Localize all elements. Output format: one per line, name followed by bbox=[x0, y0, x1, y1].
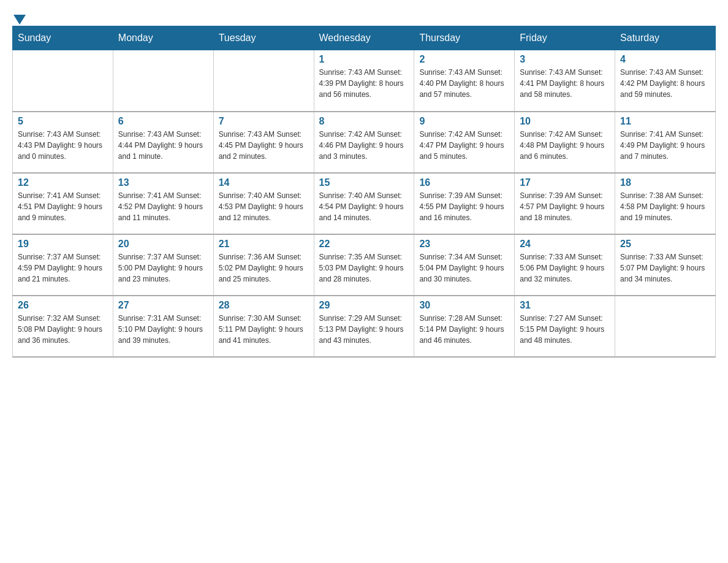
col-tuesday: Tuesday bbox=[213, 26, 314, 50]
day-number: 21 bbox=[219, 239, 309, 250]
calendar-cell: 25Sunrise: 7:33 AM Sunset: 5:07 PM Dayli… bbox=[615, 234, 716, 296]
day-info: Sunrise: 7:43 AM Sunset: 4:41 PM Dayligh… bbox=[520, 67, 610, 100]
day-number: 24 bbox=[520, 239, 610, 250]
day-number: 4 bbox=[620, 54, 710, 65]
calendar-cell: 1Sunrise: 7:43 AM Sunset: 4:39 PM Daylig… bbox=[314, 50, 414, 112]
day-number: 8 bbox=[319, 116, 409, 127]
day-number: 12 bbox=[18, 177, 108, 188]
calendar-cell: 18Sunrise: 7:38 AM Sunset: 4:58 PM Dayli… bbox=[615, 173, 716, 234]
day-number: 30 bbox=[419, 300, 509, 311]
calendar-cell: 7Sunrise: 7:43 AM Sunset: 4:45 PM Daylig… bbox=[213, 112, 314, 173]
day-info: Sunrise: 7:37 AM Sunset: 5:00 PM Dayligh… bbox=[118, 251, 208, 285]
col-friday: Friday bbox=[515, 26, 615, 50]
calendar-cell: 10Sunrise: 7:42 AM Sunset: 4:48 PM Dayli… bbox=[515, 112, 615, 173]
calendar-cell: 8Sunrise: 7:42 AM Sunset: 4:46 PM Daylig… bbox=[314, 112, 414, 173]
day-info: Sunrise: 7:41 AM Sunset: 4:52 PM Dayligh… bbox=[118, 190, 208, 223]
page-header bbox=[12, 12, 716, 20]
calendar-cell bbox=[113, 50, 213, 112]
calendar-cell: 13Sunrise: 7:41 AM Sunset: 4:52 PM Dayli… bbox=[113, 173, 213, 234]
day-info: Sunrise: 7:33 AM Sunset: 5:06 PM Dayligh… bbox=[520, 251, 610, 285]
day-number: 9 bbox=[419, 116, 509, 127]
day-number: 25 bbox=[620, 239, 710, 250]
calendar-cell: 21Sunrise: 7:36 AM Sunset: 5:02 PM Dayli… bbox=[213, 234, 314, 296]
logo-general-text bbox=[12, 12, 26, 22]
day-info: Sunrise: 7:31 AM Sunset: 5:10 PM Dayligh… bbox=[118, 313, 208, 346]
day-info: Sunrise: 7:37 AM Sunset: 4:59 PM Dayligh… bbox=[18, 251, 108, 285]
day-number: 27 bbox=[118, 300, 208, 311]
day-info: Sunrise: 7:35 AM Sunset: 5:03 PM Dayligh… bbox=[319, 251, 409, 285]
day-number: 29 bbox=[319, 300, 409, 311]
calendar-cell: 26Sunrise: 7:32 AM Sunset: 5:08 PM Dayli… bbox=[13, 296, 113, 357]
calendar-week-row: 26Sunrise: 7:32 AM Sunset: 5:08 PM Dayli… bbox=[13, 296, 716, 357]
day-number: 10 bbox=[520, 116, 610, 127]
day-number: 18 bbox=[620, 177, 710, 188]
day-info: Sunrise: 7:43 AM Sunset: 4:40 PM Dayligh… bbox=[419, 67, 509, 100]
calendar-cell bbox=[615, 296, 716, 357]
calendar-cell bbox=[13, 50, 113, 112]
day-number: 22 bbox=[319, 239, 409, 250]
calendar-cell: 28Sunrise: 7:30 AM Sunset: 5:11 PM Dayli… bbox=[213, 296, 314, 357]
col-saturday: Saturday bbox=[615, 26, 716, 50]
day-info: Sunrise: 7:30 AM Sunset: 5:11 PM Dayligh… bbox=[219, 313, 309, 346]
day-info: Sunrise: 7:42 AM Sunset: 4:47 PM Dayligh… bbox=[419, 129, 509, 162]
calendar-cell: 14Sunrise: 7:40 AM Sunset: 4:53 PM Dayli… bbox=[213, 173, 314, 234]
day-number: 2 bbox=[419, 54, 509, 65]
col-wednesday: Wednesday bbox=[314, 26, 414, 50]
day-number: 15 bbox=[319, 177, 409, 188]
day-number: 11 bbox=[620, 116, 710, 127]
calendar-cell: 29Sunrise: 7:29 AM Sunset: 5:13 PM Dayli… bbox=[314, 296, 414, 357]
calendar-cell: 17Sunrise: 7:39 AM Sunset: 4:57 PM Dayli… bbox=[515, 173, 615, 234]
calendar-cell: 22Sunrise: 7:35 AM Sunset: 5:03 PM Dayli… bbox=[314, 234, 414, 296]
day-info: Sunrise: 7:41 AM Sunset: 4:49 PM Dayligh… bbox=[620, 129, 710, 162]
calendar-cell: 2Sunrise: 7:43 AM Sunset: 4:40 PM Daylig… bbox=[414, 50, 515, 112]
day-info: Sunrise: 7:32 AM Sunset: 5:08 PM Dayligh… bbox=[18, 313, 108, 346]
col-monday: Monday bbox=[113, 26, 213, 50]
day-info: Sunrise: 7:40 AM Sunset: 4:53 PM Dayligh… bbox=[219, 190, 309, 223]
day-number: 14 bbox=[219, 177, 309, 188]
day-info: Sunrise: 7:42 AM Sunset: 4:48 PM Dayligh… bbox=[520, 129, 610, 162]
day-number: 1 bbox=[319, 54, 409, 65]
day-number: 20 bbox=[118, 239, 208, 250]
day-number: 31 bbox=[520, 300, 610, 311]
day-info: Sunrise: 7:34 AM Sunset: 5:04 PM Dayligh… bbox=[419, 251, 509, 285]
day-number: 6 bbox=[118, 116, 208, 127]
calendar-cell: 19Sunrise: 7:37 AM Sunset: 4:59 PM Dayli… bbox=[13, 234, 113, 296]
calendar-cell: 27Sunrise: 7:31 AM Sunset: 5:10 PM Dayli… bbox=[113, 296, 213, 357]
day-info: Sunrise: 7:29 AM Sunset: 5:13 PM Dayligh… bbox=[319, 313, 409, 346]
day-info: Sunrise: 7:39 AM Sunset: 4:55 PM Dayligh… bbox=[419, 190, 509, 223]
logo bbox=[12, 12, 26, 20]
col-sunday: Sunday bbox=[13, 26, 113, 50]
calendar-cell: 31Sunrise: 7:27 AM Sunset: 5:15 PM Dayli… bbox=[515, 296, 615, 357]
calendar-cell: 15Sunrise: 7:40 AM Sunset: 4:54 PM Dayli… bbox=[314, 173, 414, 234]
calendar-week-row: 1Sunrise: 7:43 AM Sunset: 4:39 PM Daylig… bbox=[13, 50, 716, 112]
calendar-cell bbox=[213, 50, 314, 112]
day-info: Sunrise: 7:28 AM Sunset: 5:14 PM Dayligh… bbox=[419, 313, 509, 346]
calendar-cell: 12Sunrise: 7:41 AM Sunset: 4:51 PM Dayli… bbox=[13, 173, 113, 234]
calendar-cell: 6Sunrise: 7:43 AM Sunset: 4:44 PM Daylig… bbox=[113, 112, 213, 173]
day-number: 19 bbox=[18, 239, 108, 250]
calendar-cell: 23Sunrise: 7:34 AM Sunset: 5:04 PM Dayli… bbox=[414, 234, 515, 296]
day-number: 26 bbox=[18, 300, 108, 311]
day-info: Sunrise: 7:43 AM Sunset: 4:39 PM Dayligh… bbox=[319, 67, 409, 100]
calendar-header-row: Sunday Monday Tuesday Wednesday Thursday… bbox=[13, 26, 716, 50]
calendar-cell: 24Sunrise: 7:33 AM Sunset: 5:06 PM Dayli… bbox=[515, 234, 615, 296]
day-number: 23 bbox=[419, 239, 509, 250]
day-info: Sunrise: 7:43 AM Sunset: 4:45 PM Dayligh… bbox=[219, 129, 309, 162]
calendar-cell: 16Sunrise: 7:39 AM Sunset: 4:55 PM Dayli… bbox=[414, 173, 515, 234]
day-info: Sunrise: 7:43 AM Sunset: 4:43 PM Dayligh… bbox=[18, 129, 108, 162]
day-info: Sunrise: 7:43 AM Sunset: 4:44 PM Dayligh… bbox=[118, 129, 208, 162]
day-info: Sunrise: 7:36 AM Sunset: 5:02 PM Dayligh… bbox=[219, 251, 309, 285]
calendar-cell: 9Sunrise: 7:42 AM Sunset: 4:47 PM Daylig… bbox=[414, 112, 515, 173]
col-thursday: Thursday bbox=[414, 26, 515, 50]
day-info: Sunrise: 7:41 AM Sunset: 4:51 PM Dayligh… bbox=[18, 190, 108, 223]
day-number: 17 bbox=[520, 177, 610, 188]
day-info: Sunrise: 7:42 AM Sunset: 4:46 PM Dayligh… bbox=[319, 129, 409, 162]
calendar-week-row: 12Sunrise: 7:41 AM Sunset: 4:51 PM Dayli… bbox=[13, 173, 716, 234]
calendar-cell: 5Sunrise: 7:43 AM Sunset: 4:43 PM Daylig… bbox=[13, 112, 113, 173]
logo-arrow-icon bbox=[13, 15, 26, 25]
calendar-cell: 4Sunrise: 7:43 AM Sunset: 4:42 PM Daylig… bbox=[615, 50, 716, 112]
day-info: Sunrise: 7:27 AM Sunset: 5:15 PM Dayligh… bbox=[520, 313, 610, 346]
calendar-week-row: 5Sunrise: 7:43 AM Sunset: 4:43 PM Daylig… bbox=[13, 112, 716, 173]
day-number: 13 bbox=[118, 177, 208, 188]
day-number: 28 bbox=[219, 300, 309, 311]
